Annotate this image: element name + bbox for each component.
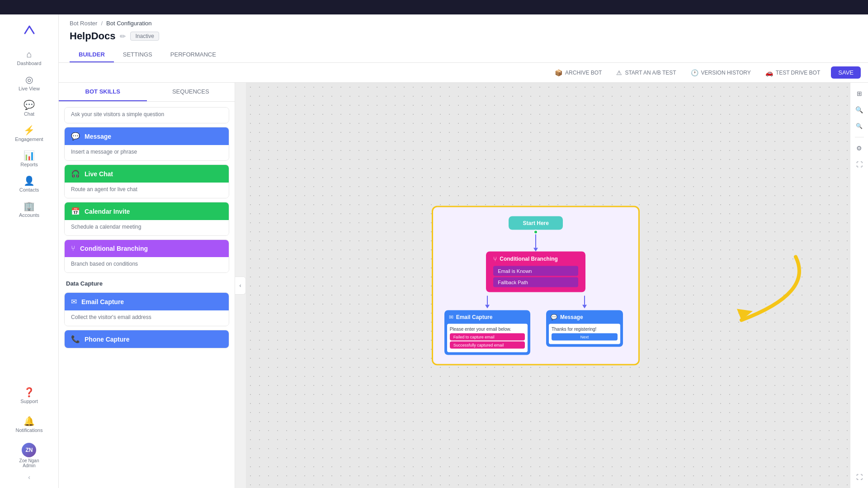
right-line <box>584 296 585 305</box>
message-node: 💬 Message Thanks for registering! Next <box>546 310 623 347</box>
archive-bot-label: ARCHIVE BOT <box>565 70 602 76</box>
tab-sequences[interactable]: SEQUENCES <box>147 83 235 101</box>
test-drive-button[interactable]: 🚗 TEST DRIVE BOT <box>762 67 824 78</box>
sidebar-label-notifications: Notifications <box>16 427 43 433</box>
breadcrumb-separator: / <box>101 20 103 27</box>
user-profile[interactable]: ZN Zoe Ngan Admin <box>19 441 39 470</box>
ab-test-icon: ⚠ <box>616 69 622 76</box>
skill-card-calendar-invite[interactable]: 📅 Calendar Invite Schedule a calendar me… <box>64 202 229 236</box>
message-skill-icon: 💬 <box>71 132 80 141</box>
ab-test-label: START AN A/B TEST <box>625 70 676 76</box>
conditional-node-group: ⑂ Conditional Branching Email is Known F… <box>442 251 629 292</box>
left-arrow <box>485 305 490 308</box>
skill-card-live-chat[interactable]: 🎧 Live Chat Route an agent for live chat <box>64 164 229 198</box>
dashboard-icon: ⌂ <box>26 50 32 59</box>
archive-bot-button[interactable]: 📦 ARCHIVE BOT <box>551 67 605 78</box>
start-node: Start Here <box>509 216 563 230</box>
email-capture-node-label: Email Capture <box>456 314 493 320</box>
phone-capture-skill-icon: 📞 <box>71 335 80 343</box>
branching-node-icon: ⑂ <box>493 255 497 262</box>
tools-divider <box>855 137 864 137</box>
email-capture-node-icon: ✉ <box>449 314 453 320</box>
skill-title-branching: Conditional Branching <box>80 245 148 252</box>
status-badge: Inactive <box>130 32 159 41</box>
sidebar-item-engagement[interactable]: ⚡ Engagement <box>0 121 58 146</box>
skill-card-question[interactable]: Ask your site visitors a simple question <box>64 107 229 123</box>
chat-icon: 💬 <box>24 100 35 109</box>
branch-email-known: Email is Known <box>493 266 578 276</box>
skill-card-conditional-branching[interactable]: ⑂ Conditional Branching Branch based on … <box>64 239 229 273</box>
test-drive-label: TEST DRIVE BOT <box>776 70 820 76</box>
sidebar-item-support[interactable]: ❓ Support <box>0 383 58 408</box>
top-bar <box>0 0 868 14</box>
support-icon: ❓ <box>24 388 35 397</box>
sidebar-item-accounts[interactable]: 🏢 Accounts <box>0 197 58 222</box>
sidebar-item-reports[interactable]: 📊 Reports <box>0 146 58 172</box>
save-button[interactable]: SAVE <box>831 66 861 79</box>
sidebar-item-contacts[interactable]: 👤 Contacts <box>0 172 58 197</box>
tab-builder[interactable]: BUILDER <box>70 47 114 62</box>
sidebar-label-engagement: Engagement <box>15 136 43 142</box>
sidebar-item-live-view[interactable]: ◎ Live View <box>0 70 58 96</box>
branching-skill-icon: ⑂ <box>71 244 75 253</box>
skill-desc-calendar: Schedule a calendar meeting <box>65 220 229 235</box>
edit-bot-name-icon[interactable]: ✏ <box>120 32 126 41</box>
connector-start <box>533 230 538 251</box>
sidebar-item-chat[interactable]: 💬 Chat <box>0 96 58 121</box>
message-node-icon: 💬 <box>551 314 557 320</box>
branch-lines: ✉ Email Capture Please enter your email … <box>442 296 629 355</box>
bot-diagram: Start Here ⑂ Conditional Branching <box>432 206 640 365</box>
skill-desc-message: Insert a message or phrase <box>65 145 229 160</box>
live-chat-skill-icon: 🎧 <box>71 169 80 178</box>
email-capture-node-body: Please enter your email below. Failed to… <box>447 324 528 352</box>
settings-tool-button[interactable]: ⚙ <box>852 141 867 155</box>
toolbar: 📦 ARCHIVE BOT ⚠ START AN A/B TEST 🕐 VERS… <box>59 63 868 83</box>
skill-title-message: Message <box>85 133 111 140</box>
expand-button[interactable]: ⛶ <box>852 470 867 484</box>
skill-card-message[interactable]: 💬 Message Insert a message or phrase <box>64 127 229 161</box>
sidebar-item-notifications[interactable]: 🔔 Notifications <box>0 412 58 437</box>
skill-card-email-capture[interactable]: ✉ Email Capture Collect the visitor's em… <box>64 292 229 326</box>
accounts-icon: 🏢 <box>24 202 35 211</box>
version-history-button[interactable]: 🕐 VERSION HISTORY <box>687 67 755 78</box>
breadcrumb-current: Bot Configuration <box>106 20 151 27</box>
email-capture-prompt: Please enter your email below. <box>450 326 525 331</box>
message-node-label: Message <box>560 314 583 320</box>
sidebar-label-live-view: Live View <box>19 86 40 91</box>
bot-name: HelpDocs <box>70 30 115 42</box>
panel-collapse-button[interactable]: ‹ <box>235 277 246 295</box>
tab-settings[interactable]: SETTINGS <box>114 47 161 62</box>
sidebar-label-accounts: Accounts <box>19 212 39 218</box>
avatar: ZN <box>22 443 36 457</box>
zoom-out-button[interactable]: 🔍 <box>852 119 867 133</box>
sidebar-item-dashboard[interactable]: ⌂ Dashboard <box>0 45 58 70</box>
zoom-in-button[interactable]: 🔍 <box>852 103 867 117</box>
sidebar-label-reports: Reports <box>20 162 38 167</box>
fullscreen-tool-button[interactable]: ⛶ <box>852 157 867 172</box>
email-capture-btn2: Successfully captured email <box>450 341 525 348</box>
grid-tool-button[interactable]: ⊞ <box>852 86 867 101</box>
skill-title-calendar: Calendar Invite <box>85 208 130 215</box>
data-capture-section-title: Data Capture <box>64 277 229 289</box>
canvas-area[interactable]: Start Here ⑂ Conditional Branching <box>246 83 850 488</box>
engagement-icon: ⚡ <box>24 126 35 135</box>
skill-card-phone-capture[interactable]: 📞 Phone Capture <box>64 330 229 348</box>
start-node-group: Start Here <box>442 216 629 251</box>
sidebar-collapse-btn[interactable]: ‹ <box>28 474 30 481</box>
user-name: Zoe Ngan <box>19 458 39 463</box>
user-role: Admin <box>23 463 35 468</box>
ab-test-button[interactable]: ⚠ START AN A/B TEST <box>613 67 679 78</box>
app-logo <box>21 22 38 38</box>
connector-arrow-1 <box>533 248 538 251</box>
message-next-btn: Next <box>552 333 618 340</box>
skill-desc-email-capture: Collect the visitor's email address <box>65 310 229 326</box>
tab-bot-skills[interactable]: BOT SKILLS <box>59 83 147 101</box>
calendar-skill-icon: 📅 <box>71 207 80 216</box>
skill-desc-branching: Branch based on conditions <box>65 257 229 272</box>
right-branch: 💬 Message Thanks for registering! Next <box>540 296 630 347</box>
page-header: Bot Roster / Bot Configuration HelpDocs … <box>59 14 868 63</box>
breadcrumb-parent[interactable]: Bot Roster <box>70 20 97 27</box>
breadcrumb: Bot Roster / Bot Configuration <box>70 20 857 27</box>
tab-performance[interactable]: PERFORMANCE <box>161 47 225 62</box>
header-tabs: BUILDER SETTINGS PERFORMANCE <box>70 47 857 62</box>
